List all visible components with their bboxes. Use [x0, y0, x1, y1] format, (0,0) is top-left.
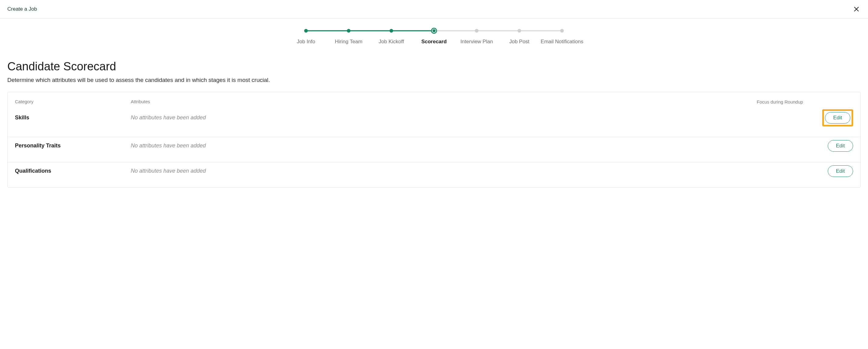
- step-dot: [518, 29, 521, 33]
- main-content: Candidate Scorecard Determine which attr…: [0, 48, 868, 187]
- table-header: CategoryAttributesFocus during Roundup: [8, 92, 860, 108]
- page-context-title: Create a Job: [7, 6, 37, 12]
- table-row: SkillsNo attributes have been addedEdit: [8, 108, 860, 137]
- step-connector: [306, 30, 349, 31]
- step-dot: [304, 29, 308, 33]
- step-label: Job Info: [297, 39, 315, 45]
- step-label: Interview Plan: [461, 39, 493, 45]
- table-section: CategoryAttributesFocus during RoundupSk…: [8, 92, 860, 137]
- row-attributes: No attributes have been added: [131, 168, 749, 174]
- row-attributes: No attributes have been added: [131, 114, 749, 121]
- page-subtitle: Determine which attributes will be used …: [7, 77, 861, 83]
- step-connector: [349, 30, 391, 31]
- scorecard-table: CategoryAttributesFocus during RoundupSk…: [7, 92, 861, 187]
- page-title: Candidate Scorecard: [7, 60, 861, 73]
- row-actions: Edit: [810, 165, 853, 177]
- table-row: Personality TraitsNo attributes have bee…: [8, 137, 860, 162]
- row-category: Qualifications: [15, 168, 131, 174]
- row-attributes: No attributes have been added: [131, 142, 749, 149]
- step-dot: [347, 29, 350, 33]
- step-dot: [431, 28, 437, 34]
- step-label: Scorecard: [421, 39, 446, 45]
- step-label: Email Notifications: [541, 39, 583, 45]
- close-icon: [854, 6, 860, 12]
- step-connector: [391, 30, 434, 31]
- stepper: Job InfoHiring TeamJob KickoffScorecardI…: [0, 19, 868, 48]
- step-dot: [475, 29, 478, 33]
- row-category: Skills: [15, 114, 131, 121]
- row-actions: Edit: [810, 109, 853, 127]
- step-dot: [560, 29, 564, 33]
- step-label: Job Kickoff: [379, 39, 404, 45]
- col-header-category: Category: [15, 99, 131, 104]
- col-header-attributes: Attributes: [131, 99, 749, 104]
- step-email-notifications[interactable]: Email Notifications: [541, 28, 583, 45]
- row-actions: Edit: [810, 140, 853, 152]
- step-dot-wrap: [541, 28, 583, 34]
- table-row: QualificationsNo attributes have been ad…: [8, 162, 860, 187]
- edit-button[interactable]: Edit: [828, 140, 853, 152]
- step-label: Job Post: [509, 39, 529, 45]
- step-connector: [434, 30, 477, 31]
- row-category: Personality Traits: [15, 142, 131, 149]
- highlight-box: Edit: [822, 109, 853, 127]
- close-button[interactable]: [852, 5, 861, 13]
- step-dot: [390, 29, 393, 33]
- step-label: Hiring Team: [335, 39, 362, 45]
- col-header-focus: Focus during Roundup: [749, 99, 810, 105]
- step-connector: [519, 30, 562, 31]
- edit-button[interactable]: Edit: [825, 112, 850, 124]
- step-connector: [477, 30, 519, 31]
- edit-button[interactable]: Edit: [828, 165, 853, 177]
- topbar: Create a Job: [0, 0, 868, 19]
